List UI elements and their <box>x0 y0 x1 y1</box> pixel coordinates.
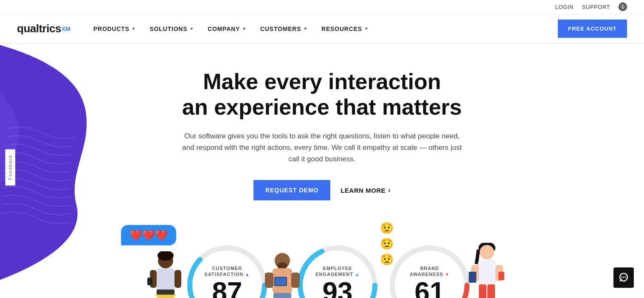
svg-rect-8 <box>157 290 174 295</box>
sad-emoji-3: 😟 <box>380 253 394 266</box>
person-center-figure <box>263 251 301 298</box>
illustration-area: ❤️❤️❤️ <box>8 217 636 298</box>
nav-resources[interactable]: RESOURCES ▼ <box>315 22 375 36</box>
svg-rect-30 <box>498 272 504 280</box>
request-demo-button[interactable]: REQUEST DEMO <box>253 180 331 200</box>
logo-text: qualtrics <box>17 22 61 35</box>
chevron-down-icon: ▼ <box>242 26 247 31</box>
svg-rect-28 <box>478 260 496 285</box>
arrow-right-icon: › <box>388 186 391 194</box>
svg-rect-32 <box>469 272 476 283</box>
chat-widget-button[interactable] <box>613 267 634 288</box>
nav-items: PRODUCTS ▼ SOLUTIONS ▼ COMPANY ▼ CUSTOME… <box>87 22 558 36</box>
svg-point-15 <box>277 262 287 269</box>
top-utility-bar: LOGIN SUPPORT <box>0 0 644 14</box>
nav-customers[interactable]: CUSTOMERS ▼ <box>254 22 314 36</box>
svg-rect-11 <box>174 270 181 288</box>
svg-rect-18 <box>275 278 286 285</box>
login-link[interactable]: LOGIN <box>555 4 574 10</box>
feedback-tab[interactable]: Feedback <box>5 149 15 186</box>
nav-products[interactable]: PRODUCTS ▼ <box>87 22 142 36</box>
hero-subtext: Our software gives you the tools to ask … <box>182 130 462 165</box>
trend-up-icon: ▲ <box>355 272 360 277</box>
metric-brand-awareness: BRAND AWARENESS ▼ 61 <box>387 243 472 298</box>
svg-point-38 <box>625 277 626 278</box>
metric-employee-engagement: EMPLOYEE ENGAGEMENT ▲ 93 <box>295 243 380 298</box>
svg-rect-33 <box>479 284 487 298</box>
globe-icon[interactable] <box>619 3 627 11</box>
sad-emoji-1: 😟 <box>380 222 394 235</box>
chevron-down-icon: ▼ <box>189 26 194 31</box>
chat-bubble: ❤️❤️❤️ <box>121 225 176 245</box>
svg-rect-7 <box>157 268 174 292</box>
chat-widget-icon <box>618 272 629 283</box>
person-left-figure <box>146 251 185 298</box>
svg-point-36 <box>622 277 623 278</box>
metric-value-customer-satisfaction: 87 <box>205 278 250 298</box>
person-right-figure <box>468 243 506 298</box>
metric-label-brand-awareness: BRAND AWARENESS ▼ <box>410 265 450 278</box>
metric-value-brand-awareness: 61 <box>410 278 450 298</box>
main-navigation: qualtricsXM PRODUCTS ▼ SOLUTIONS ▼ COMPA… <box>0 14 644 44</box>
logo[interactable]: qualtricsXM <box>17 22 70 35</box>
chevron-down-icon: ▼ <box>364 26 369 31</box>
chevron-down-icon: ▼ <box>303 26 308 31</box>
svg-point-37 <box>623 277 624 278</box>
svg-rect-20 <box>291 273 300 288</box>
hero-buttons: REQUEST DEMO LEARN MORE › <box>8 180 636 200</box>
trend-down-icon: ▼ <box>445 272 450 277</box>
sad-emoji-2: 😟 <box>380 237 394 250</box>
trend-up-icon: ▲ <box>245 272 250 277</box>
hero-section: Make every interaction an experience tha… <box>0 44 644 298</box>
metric-label-customer-satisfaction: CUSTOMER SATISFACTION ▲ <box>205 265 250 278</box>
metric-value-employee-engagement: 93 <box>315 278 360 298</box>
learn-more-button[interactable]: LEARN MORE › <box>340 186 391 194</box>
free-account-button[interactable]: FREE ACCOUNT <box>558 20 627 38</box>
svg-rect-10 <box>147 278 152 285</box>
svg-rect-34 <box>487 284 495 298</box>
svg-rect-19 <box>265 273 273 288</box>
svg-rect-21 <box>273 293 291 298</box>
hero-headline: Make every interaction an experience tha… <box>174 69 471 120</box>
svg-point-27 <box>480 245 494 259</box>
nav-company[interactable]: COMPANY ▼ <box>202 22 253 36</box>
metric-customer-satisfaction: CUSTOMER SATISFACTION ▲ 87 <box>185 243 270 298</box>
hero-content: Make every interaction an experience tha… <box>8 69 636 200</box>
nav-solutions[interactable]: SOLUTIONS ▼ <box>144 22 200 36</box>
chevron-down-icon: ▼ <box>132 26 136 31</box>
support-link[interactable]: SUPPORT <box>582 4 610 10</box>
logo-xm: XM <box>62 25 70 32</box>
metric-label-employee-engagement: EMPLOYEE ENGAGEMENT ▲ <box>315 265 360 278</box>
